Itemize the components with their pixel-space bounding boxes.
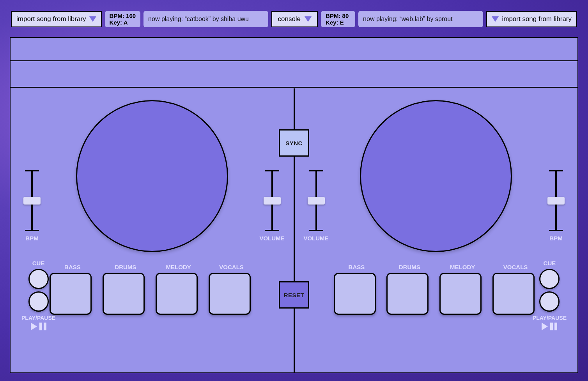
bpm-slider-right: BPM [547, 170, 565, 242]
pad-vocals-right[interactable] [492, 273, 535, 315]
import-left-label: import song from library [16, 15, 86, 23]
pause-icon[interactable] [39, 323, 46, 330]
play-icon[interactable] [31, 323, 37, 330]
cue-button-2-left[interactable] [28, 291, 49, 312]
sync-button[interactable]: SYNC [279, 129, 309, 157]
volume-slider-thumb-left[interactable] [264, 197, 281, 205]
cue-label-left: CUE [32, 260, 45, 266]
jog-wheel-right[interactable] [360, 100, 512, 252]
top-band-2 [11, 61, 577, 88]
dropdown-icon [89, 16, 96, 22]
volume-slider-left: VOLUME [263, 170, 281, 242]
pads-right: BASS DRUMS MELODY VOCALS [334, 264, 539, 315]
playpause-label-right: PLAY/PAUSE [533, 315, 567, 321]
bpm-key-right: BPM: 80 Key: E [321, 11, 355, 27]
pad-label: VOCALS [209, 264, 255, 270]
cue-button-1-left[interactable] [28, 269, 49, 289]
cue-section-left: CUE PLAY/PAUSE [21, 260, 55, 330]
pad-melody-left[interactable] [156, 273, 198, 315]
pad-label: MELODY [156, 264, 202, 270]
bpm-slider-thumb-right[interactable] [547, 197, 565, 205]
bpm-slider-left: BPM [23, 170, 41, 242]
volume-slider-label-right: VOLUME [303, 235, 328, 242]
reset-button[interactable]: RESET [279, 281, 309, 309]
cue-label-right: CUE [544, 260, 556, 266]
pads-left: BASS DRUMS MELODY VOCALS [50, 264, 255, 315]
jog-wheel-left[interactable] [76, 100, 228, 252]
bpm-slider-label-left: BPM [25, 235, 38, 242]
import-right-button[interactable]: import song from library [486, 11, 577, 27]
bpm-slider-label-right: BPM [549, 235, 562, 242]
deck-right: VOLUME BPM BASS DRUMS MELODY VOCALS CUE … [295, 88, 578, 372]
pad-drums-left[interactable] [103, 273, 145, 315]
pad-label: BASS [334, 264, 380, 270]
playpause-label-left: PLAY/PAUSE [21, 315, 55, 321]
pad-label: BASS [50, 264, 96, 270]
pad-bass-right[interactable] [334, 273, 376, 315]
volume-slider-thumb-right[interactable] [308, 197, 325, 205]
console-body: BPM VOLUME BASS DRUMS MELODY VOCALS CUE … [10, 37, 578, 373]
dropdown-icon [305, 16, 312, 22]
pause-icon[interactable] [550, 323, 557, 330]
now-playing-left: now playing: “catbook” by shiba uwu [143, 11, 268, 27]
volume-slider-label-left: VOLUME [259, 235, 284, 242]
pad-label: DRUMS [386, 264, 432, 270]
dropdown-icon [492, 16, 499, 22]
pad-label: DRUMS [103, 264, 149, 270]
cue-section-right: CUE PLAY/PAUSE [533, 260, 567, 330]
cue-button-1-right[interactable] [539, 269, 560, 289]
pad-drums-right[interactable] [386, 273, 429, 315]
pad-bass-left[interactable] [50, 273, 92, 315]
bpm-key-left: BPM: 160 Key: A [105, 11, 141, 27]
console-label: console [278, 15, 301, 23]
pad-label: MELODY [439, 264, 485, 270]
import-left-button[interactable]: import song from library [11, 11, 102, 27]
deck-left: BPM VOLUME BASS DRUMS MELODY VOCALS CUE … [11, 88, 294, 372]
volume-slider-right: VOLUME [307, 170, 325, 242]
top-band-1 [11, 38, 577, 61]
now-playing-right: now playing: “web.lab” by sprout [358, 11, 483, 27]
pad-label: VOCALS [492, 264, 538, 270]
bpm-slider-thumb-left[interactable] [23, 197, 41, 205]
header-row: import song from library BPM: 160 Key: A… [0, 0, 588, 27]
cue-button-2-right[interactable] [539, 291, 560, 312]
play-icon[interactable] [542, 323, 548, 330]
key-left: Key: A [110, 19, 136, 26]
bpm-right: BPM: 80 [326, 12, 351, 19]
pad-melody-right[interactable] [439, 273, 482, 315]
key-right: Key: E [326, 19, 351, 26]
pad-vocals-left[interactable] [209, 273, 251, 315]
bpm-left: BPM: 160 [110, 12, 136, 19]
console-button[interactable]: console [271, 11, 318, 27]
import-right-label: import song from library [502, 15, 572, 23]
